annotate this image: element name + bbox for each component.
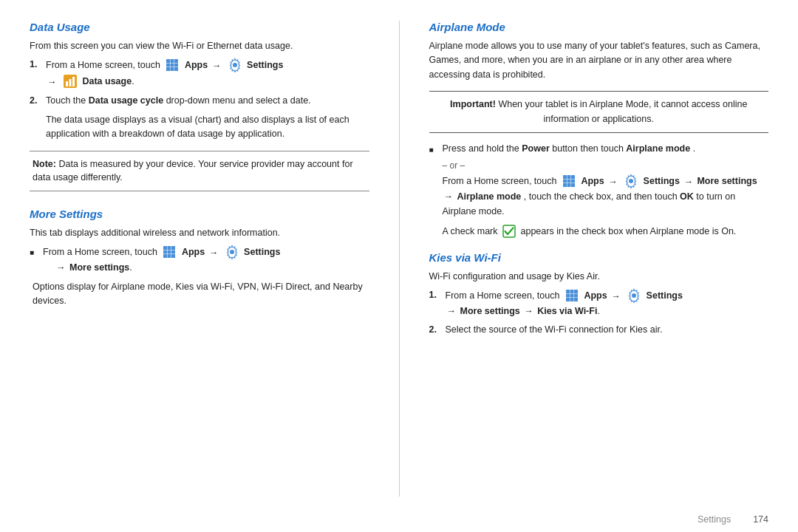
svg-rect-19 bbox=[171, 250, 175, 254]
left-column: Data Usage From this screen you can view… bbox=[30, 21, 369, 497]
svg-rect-30 bbox=[563, 183, 567, 187]
airplane-bullet-2-block: From a Home screen, touch Apps bbox=[443, 174, 769, 219]
section-data-usage: Data Usage From this screen you can view… bbox=[30, 21, 369, 200]
svg-point-33 bbox=[629, 179, 633, 183]
column-divider bbox=[399, 21, 400, 497]
svg-rect-4 bbox=[171, 64, 174, 67]
svg-rect-32 bbox=[571, 183, 575, 187]
svg-rect-1 bbox=[171, 59, 174, 63]
svg-rect-6 bbox=[166, 67, 170, 71]
more-settings-bullet: ■ From a Home screen, touch bbox=[30, 245, 369, 275]
section-title-kies: Kies via Wi-Fi bbox=[429, 251, 769, 264]
svg-rect-20 bbox=[163, 254, 167, 258]
svg-rect-35 bbox=[566, 290, 570, 293]
or-line: – or – bbox=[443, 160, 769, 171]
svg-rect-0 bbox=[166, 59, 170, 63]
svg-rect-27 bbox=[563, 180, 567, 183]
kies-step-1: 1. From a Home screen, touch bbox=[429, 288, 769, 318]
svg-rect-41 bbox=[566, 298, 570, 301]
svg-rect-22 bbox=[171, 254, 175, 258]
apps-icon-2 bbox=[161, 244, 177, 260]
svg-rect-40 bbox=[574, 294, 578, 298]
settings-icon-3 bbox=[623, 173, 639, 189]
svg-rect-14 bbox=[163, 246, 167, 250]
svg-rect-11 bbox=[66, 81, 68, 86]
step-1: 1. From a Home screen, touch bbox=[30, 58, 369, 90]
svg-rect-24 bbox=[563, 175, 567, 179]
svg-rect-3 bbox=[166, 64, 170, 67]
svg-point-44 bbox=[632, 293, 636, 298]
airplane-bullet-1: ■ Press and hold the Power button then t… bbox=[429, 142, 769, 156]
svg-rect-29 bbox=[571, 180, 575, 183]
footer-page: 174 bbox=[753, 514, 768, 525]
svg-point-23 bbox=[230, 250, 234, 254]
more-settings-options: Options display for Airplane mode, Kies … bbox=[33, 280, 369, 309]
svg-rect-42 bbox=[570, 298, 573, 301]
data-usage-step3: The data usage displays as a visual (cha… bbox=[46, 113, 369, 142]
svg-rect-43 bbox=[574, 298, 578, 301]
section-title-airplane: Airplane Mode bbox=[429, 21, 769, 33]
svg-rect-17 bbox=[163, 250, 167, 254]
kies-step-2: 2. Select the source of the Wi-Fi connec… bbox=[429, 323, 769, 337]
more-settings-intro: This tab displays additional wireless an… bbox=[30, 226, 369, 240]
airplane-intro: Airplane mode allows you to use many of … bbox=[429, 39, 769, 82]
important-box: Important! When your tablet is in Airpla… bbox=[429, 91, 769, 133]
svg-rect-37 bbox=[574, 290, 578, 293]
right-column: Airplane Mode Airplane mode allows you t… bbox=[429, 21, 769, 497]
settings-icon-4 bbox=[626, 287, 642, 304]
data-usage-intro: From this screen you can view the Wi-Fi … bbox=[30, 39, 369, 53]
svg-rect-16 bbox=[171, 246, 175, 250]
section-more-settings: More Settings This tab displays addition… bbox=[30, 208, 369, 313]
svg-rect-21 bbox=[168, 254, 171, 258]
svg-rect-15 bbox=[168, 246, 171, 250]
section-airplane-mode: Airplane Mode Airplane mode allows you t… bbox=[429, 21, 769, 239]
svg-point-9 bbox=[233, 63, 237, 67]
svg-rect-2 bbox=[174, 59, 178, 63]
apps-icon-4 bbox=[564, 287, 580, 304]
page-footer: Settings 174 bbox=[0, 511, 798, 532]
step-2: 2. Touch the Data usage cycle drop-down … bbox=[30, 94, 369, 108]
kies-intro: Wi-Fi configuration and usage by Kies Ai… bbox=[429, 270, 769, 284]
svg-rect-8 bbox=[174, 67, 178, 71]
svg-rect-12 bbox=[69, 79, 71, 86]
svg-rect-31 bbox=[567, 183, 570, 187]
svg-rect-7 bbox=[171, 67, 174, 71]
svg-rect-39 bbox=[570, 294, 573, 298]
svg-rect-38 bbox=[566, 294, 570, 298]
svg-rect-13 bbox=[72, 77, 75, 86]
apps-icon-1 bbox=[164, 57, 180, 73]
apps-icon-3 bbox=[561, 173, 577, 189]
settings-icon-2 bbox=[224, 244, 240, 260]
datausage-icon bbox=[62, 73, 78, 89]
svg-rect-36 bbox=[570, 290, 573, 293]
svg-rect-5 bbox=[174, 64, 178, 67]
section-kies: Kies via Wi-Fi Wi-Fi configuration and u… bbox=[429, 251, 769, 341]
note-box-data-usage: Note: Data is measured by your device. Y… bbox=[30, 151, 369, 192]
svg-rect-18 bbox=[168, 250, 171, 254]
section-title-data-usage: Data Usage bbox=[30, 21, 369, 33]
svg-rect-28 bbox=[567, 180, 570, 183]
checkmark-line: A check mark appears in the check box wh… bbox=[443, 225, 769, 239]
checkmark-icon bbox=[502, 224, 516, 239]
svg-rect-26 bbox=[571, 175, 575, 179]
svg-rect-25 bbox=[567, 175, 570, 179]
footer-label: Settings bbox=[698, 514, 731, 525]
section-title-more-settings: More Settings bbox=[30, 208, 369, 220]
settings-icon-1 bbox=[227, 57, 243, 73]
